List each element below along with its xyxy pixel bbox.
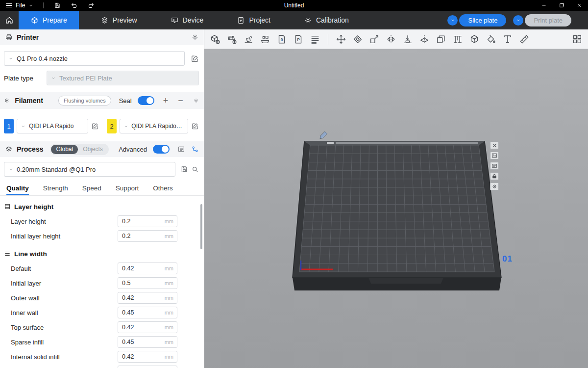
tab-support[interactable]: Support — [116, 181, 139, 195]
tab-quality[interactable]: Quality — [6, 181, 29, 195]
edit-plate-name-icon[interactable] — [320, 131, 327, 139]
compare-presets-icon[interactable] — [191, 145, 199, 153]
file-menu-button[interactable]: File — [4, 0, 35, 11]
param-input[interactable] — [118, 366, 177, 368]
param-value-input[interactable] — [118, 218, 156, 225]
initial-layer-line-width-input[interactable]: mm — [118, 277, 177, 289]
minimize-icon — [541, 2, 547, 8]
rotate-button[interactable] — [351, 32, 365, 46]
flushing-volumes-button[interactable]: Flushing volumes — [58, 96, 111, 105]
cut-button[interactable] — [417, 32, 431, 46]
add-plate-button[interactable] — [225, 32, 239, 46]
auto-orient-button[interactable] — [242, 32, 255, 46]
param-value-input[interactable] — [118, 309, 156, 316]
maximize-button[interactable] — [553, 0, 570, 11]
param-value-input[interactable] — [118, 233, 156, 239]
filament-settings-gear-icon[interactable] — [193, 97, 199, 105]
setting-list-icon[interactable] — [177, 145, 185, 153]
plate-settings-button[interactable] — [490, 183, 499, 190]
settings-scrollbar[interactable] — [200, 204, 202, 249]
edit-printer-icon[interactable] — [191, 54, 199, 63]
save-preset-icon[interactable] — [180, 165, 188, 173]
text-tool-button[interactable] — [501, 32, 514, 46]
save-button[interactable] — [51, 0, 63, 11]
tab-strength[interactable]: Strength — [43, 181, 68, 195]
tab-speed[interactable]: Speed — [82, 181, 101, 195]
slice-options-button[interactable] — [447, 15, 458, 26]
outer-wall-line-width-input[interactable]: mm — [118, 292, 177, 304]
param-value-input[interactable] — [118, 324, 156, 331]
printer-preset-dropdown[interactable]: Q1 Pro 0.4 nozzle — [4, 51, 185, 66]
mirror-button[interactable] — [384, 32, 398, 46]
home-button[interactable] — [0, 11, 19, 29]
param-value-input[interactable] — [118, 265, 156, 272]
color-paint-button[interactable] — [484, 32, 498, 46]
maximize-icon — [559, 2, 564, 8]
plate-type-dropdown[interactable]: Textured PEI Plate — [47, 71, 199, 85]
remove-filament-button[interactable]: − — [178, 96, 183, 106]
param-value-input[interactable] — [118, 353, 156, 360]
printer-settings-gear-icon[interactable] — [191, 33, 199, 41]
clone-button[interactable] — [434, 32, 448, 46]
split-to-parts-button[interactable]: P — [292, 32, 305, 46]
viewport-3d[interactable]: 0 P — [204, 29, 588, 368]
top-surface-line-width-input[interactable]: mm — [118, 321, 177, 333]
param-value-input[interactable] — [118, 339, 156, 345]
param-label: Layer height — [0, 218, 46, 225]
minimize-button[interactable] — [535, 0, 553, 11]
print-plate-button[interactable]: Print plate — [525, 14, 571, 26]
scale-button[interactable] — [368, 32, 381, 46]
lay-flat-button[interactable] — [401, 32, 415, 46]
filament-slot-2-color[interactable]: 2 — [107, 119, 117, 133]
scope-objects-button[interactable]: Objects — [78, 145, 108, 154]
measure-button[interactable] — [517, 32, 531, 46]
title-bar: Untitled File — [0, 0, 588, 11]
edit-filament-2-icon[interactable] — [191, 122, 199, 130]
seam-paint-button[interactable] — [467, 32, 481, 46]
assembly-view-button[interactable] — [570, 32, 584, 46]
move-button[interactable] — [334, 32, 348, 46]
scale-icon — [369, 34, 380, 45]
split-to-objects-button[interactable]: 0 — [275, 32, 289, 46]
tab-calibration[interactable]: Calibration — [292, 11, 361, 29]
build-plate[interactable] — [273, 108, 528, 314]
layer-height-input[interactable]: mm — [118, 215, 177, 227]
filament-1-dropdown[interactable]: QIDI PLA Rapido — [17, 119, 88, 133]
default-line-width-input[interactable]: mm — [118, 263, 177, 274]
tab-preview[interactable]: Preview — [89, 11, 149, 29]
plate-name-button[interactable] — [490, 162, 499, 170]
group-title: Line width — [14, 250, 47, 258]
search-settings-icon[interactable] — [191, 165, 199, 173]
tab-device[interactable]: Device — [159, 11, 216, 29]
filament-slot-1-color[interactable]: 1 — [4, 119, 14, 133]
edit-filament-1-icon[interactable] — [91, 122, 99, 130]
tab-project[interactable]: Project — [225, 11, 282, 29]
redo-button[interactable] — [85, 0, 97, 11]
scope-global-button[interactable]: Global — [51, 145, 78, 154]
slice-plate-button[interactable]: Slice plate — [459, 14, 506, 26]
process-preset-value: 0.20mm Standard @Q1 Pro — [17, 166, 96, 173]
advanced-toggle[interactable] — [153, 145, 170, 154]
lock-plate-button[interactable] — [490, 172, 499, 180]
undo-button[interactable] — [68, 0, 80, 11]
delete-plate-button[interactable] — [490, 141, 499, 149]
internal-solid-infill-line-width-input[interactable]: mm — [118, 351, 177, 363]
sparse-infill-line-width-input[interactable]: mm — [118, 336, 177, 348]
param-value-input[interactable] — [118, 294, 156, 301]
tab-prepare[interactable]: Prepare — [19, 11, 79, 29]
filament-2-dropdown[interactable]: QIDI PLA Rapido M... — [120, 119, 188, 133]
plate-image-button[interactable] — [490, 152, 499, 159]
add-filament-button[interactable]: + — [163, 96, 169, 106]
param-value-input[interactable] — [118, 280, 156, 287]
variable-layer-height-button[interactable] — [308, 32, 322, 46]
support-paint-button[interactable] — [451, 32, 465, 46]
arrange-button[interactable] — [258, 32, 272, 46]
inner-wall-line-width-input[interactable]: mm — [118, 307, 177, 318]
process-preset-dropdown[interactable]: 0.20mm Standard @Q1 Pro — [4, 162, 175, 177]
initial-layer-height-input[interactable]: mm — [118, 230, 177, 242]
print-options-button[interactable] — [513, 15, 523, 26]
tab-others[interactable]: Others — [153, 181, 173, 195]
seal-toggle[interactable] — [138, 96, 154, 105]
close-button[interactable] — [570, 0, 588, 11]
add-object-button[interactable] — [208, 32, 222, 46]
